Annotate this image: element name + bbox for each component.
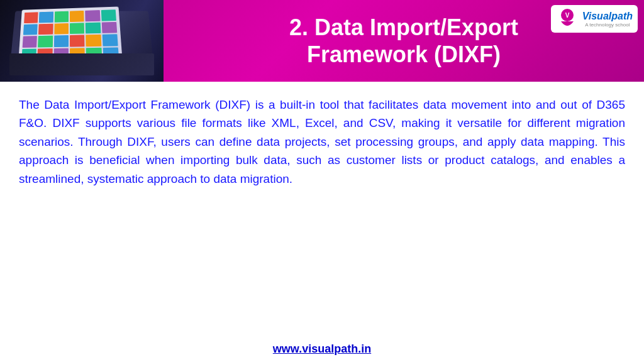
svg-text:V: V	[565, 12, 569, 19]
logo-name: Visualpath	[582, 11, 633, 22]
slide-title: 2. Data Import/Export Framework (DIXF)	[289, 14, 518, 68]
logo-text: Visualpath A technology school	[582, 11, 633, 28]
logo-icon: V	[556, 8, 579, 30]
website-link[interactable]: www.visualpath.in	[273, 343, 371, 355]
laptop-visual	[0, 0, 164, 82]
body-paragraph: The Data Import/Export Framework (DIXF) …	[19, 96, 625, 188]
header-image	[0, 0, 164, 82]
header-title-area: 2. Data Import/Export Framework (DIXF) V…	[164, 0, 644, 82]
logo-tagline: A technology school	[582, 22, 633, 28]
main-content: The Data Import/Export Framework (DIXF) …	[0, 82, 644, 362]
logo-container: V Visualpath A technology school	[551, 5, 638, 33]
website-link-container[interactable]: www.visualpath.in	[19, 343, 625, 356]
header: 2. Data Import/Export Framework (DIXF) V…	[0, 0, 644, 82]
keyboard-visual	[9, 53, 154, 75]
